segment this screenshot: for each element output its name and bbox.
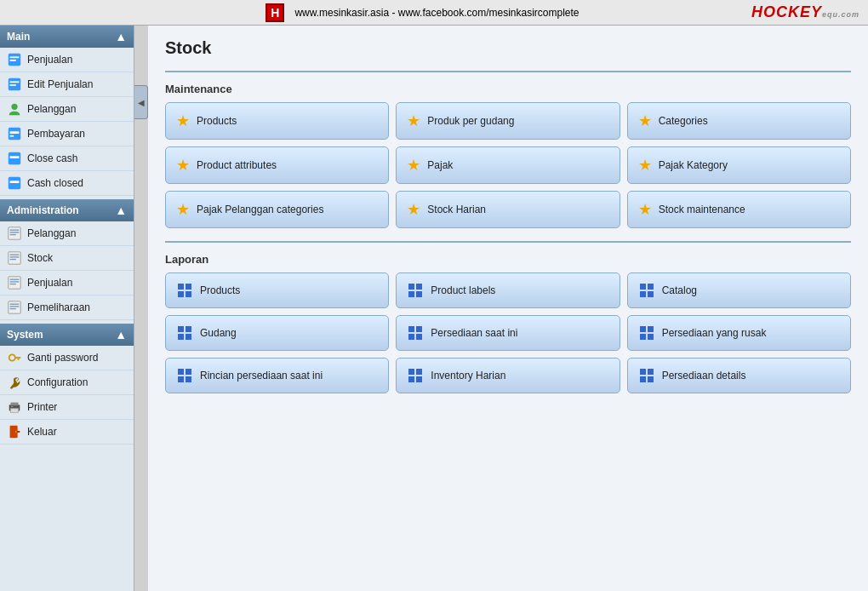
svg-rect-54 xyxy=(186,326,191,332)
svg-rect-60 xyxy=(416,334,422,340)
btn-products-laporan[interactable]: Products xyxy=(165,273,389,308)
wrench-icon xyxy=(7,375,22,390)
adm-pemeliharaan-icon xyxy=(7,300,22,315)
svg-rect-4 xyxy=(10,81,20,83)
grid-icon-product-labels xyxy=(407,282,424,299)
btn-inventory-harian[interactable]: Inventory Harian xyxy=(396,358,620,393)
sidebar-section-system[interactable]: System ▲ xyxy=(0,324,134,346)
svg-rect-62 xyxy=(648,326,654,332)
svg-rect-76 xyxy=(648,376,654,382)
btn-product-attributes[interactable]: ★ Product attributes xyxy=(165,146,389,184)
sidebar-item-configuration[interactable]: Configuration xyxy=(0,370,134,395)
star-icon-product-attr: ★ xyxy=(176,156,190,175)
sidebar-item-adm-pemeliharaan[interactable]: Pemeliharaan xyxy=(0,296,134,320)
svg-rect-32 xyxy=(18,359,20,360)
btn-categories[interactable]: ★ Categories xyxy=(627,102,851,140)
h-logo-icon: H xyxy=(266,3,284,22)
btn-pajak-kategory[interactable]: ★ Pajak Kategory xyxy=(627,146,851,184)
svg-rect-27 xyxy=(10,304,20,305)
star-icon-pajak-kat: ★ xyxy=(638,156,652,175)
btn-pajak-pelanggan-cat[interactable]: ★ Pajak Pelanggan categories xyxy=(165,191,389,228)
svg-rect-42 xyxy=(186,284,191,290)
adm-penjualan-icon xyxy=(7,275,22,290)
sidebar-section-administration[interactable]: Administration ▲ xyxy=(0,199,134,221)
sidebar-item-ganti-password[interactable]: Ganti password xyxy=(0,346,134,370)
sidebar-item-cash-closed[interactable]: Cash closed xyxy=(0,171,134,196)
svg-rect-13 xyxy=(10,181,20,183)
sidebar-item-adm-penjualan[interactable]: Penjualan xyxy=(0,271,134,296)
maintenance-divider xyxy=(165,71,851,72)
svg-rect-48 xyxy=(416,291,422,297)
penjualan-icon xyxy=(7,52,22,67)
star-icon-produk-gudang: ★ xyxy=(407,112,420,130)
sidebar-collapse-button[interactable]: ◀ xyxy=(134,85,148,119)
grid-icon-persediaan-det xyxy=(638,367,655,384)
sidebar-section-admin-items: Pelanggan Stock Penjualan Pemeliharaan xyxy=(0,221,134,320)
svg-rect-68 xyxy=(186,376,191,382)
svg-rect-1 xyxy=(10,56,20,58)
sidebar-item-adm-stock[interactable]: Stock xyxy=(0,246,134,271)
laporan-divider xyxy=(165,241,851,243)
sidebar-item-close-cash[interactable]: Close cash xyxy=(0,146,134,171)
printer-icon xyxy=(7,399,22,415)
close-cash-icon xyxy=(7,151,22,166)
btn-rincian-persediaan[interactable]: Rincian persediaan saat ini xyxy=(165,358,389,393)
sidebar-section-main-items: Penjualan Edit Penjualan Pelanggan Pemba… xyxy=(0,48,134,196)
btn-stock-maintenance[interactable]: ★ Stock maintenance xyxy=(627,191,851,228)
btn-persediaan-saat-ini[interactable]: Persediaan saat ini xyxy=(396,315,620,351)
svg-rect-57 xyxy=(408,326,414,332)
key-icon xyxy=(7,350,22,365)
svg-rect-64 xyxy=(648,334,654,340)
svg-rect-45 xyxy=(408,284,414,290)
svg-rect-41 xyxy=(178,284,184,290)
btn-gudang[interactable]: Gudang xyxy=(165,315,389,351)
pelanggan-main-icon xyxy=(7,101,22,117)
btn-persediaan-rusak[interactable]: Persediaan yang rusak xyxy=(627,315,851,351)
svg-rect-16 xyxy=(10,232,20,232)
svg-rect-24 xyxy=(10,281,20,282)
btn-pajak[interactable]: ★ Pajak xyxy=(396,146,620,184)
sidebar-item-adm-pelanggan[interactable]: Pelanggan xyxy=(0,221,134,246)
laporan-grid: Products Product labels Catalog Gudang xyxy=(165,273,851,393)
svg-rect-49 xyxy=(640,284,646,290)
sidebar-item-pembayaran[interactable]: Pembayaran xyxy=(0,122,134,146)
topbar-url: www.mesinkasir.asia - www.facebook.com/m… xyxy=(294,7,579,19)
svg-rect-44 xyxy=(186,291,191,297)
svg-rect-21 xyxy=(10,259,16,260)
sidebar-item-printer[interactable]: Printer xyxy=(0,395,134,420)
grid-icon-inventory xyxy=(407,367,424,384)
svg-rect-73 xyxy=(640,369,646,375)
svg-rect-33 xyxy=(19,357,20,359)
adm-pelanggan-icon xyxy=(7,226,22,241)
main-collapse-icon: ▲ xyxy=(115,30,127,43)
sidebar-item-penjualan[interactable]: Penjualan xyxy=(0,48,134,72)
svg-rect-66 xyxy=(186,369,191,375)
btn-products-maint[interactable]: ★ Products xyxy=(165,102,389,140)
btn-stock-harian[interactable]: ★ Stock Harian xyxy=(396,191,620,228)
svg-rect-43 xyxy=(178,291,184,297)
system-collapse-icon: ▲ xyxy=(115,328,127,341)
btn-product-labels[interactable]: Product labels xyxy=(396,273,620,308)
maintenance-grid: ★ Products ★ Produk per gudang ★ Categor… xyxy=(165,102,851,228)
admin-collapse-icon: ▲ xyxy=(115,204,127,217)
sidebar-item-edit-penjualan[interactable]: Edit Penjualan xyxy=(0,72,134,97)
btn-persediaan-details[interactable]: Persediaan details xyxy=(627,358,851,393)
svg-rect-67 xyxy=(178,376,184,382)
edit-penjualan-icon xyxy=(7,77,22,92)
svg-rect-61 xyxy=(640,326,646,332)
svg-rect-50 xyxy=(648,284,654,290)
btn-catalog[interactable]: Catalog xyxy=(627,273,851,308)
sidebar-item-pelanggan[interactable]: Pelanggan xyxy=(0,97,134,122)
sidebar-item-keluar[interactable]: Keluar xyxy=(0,420,134,445)
svg-rect-65 xyxy=(178,369,184,375)
laporan-section-label: Laporan xyxy=(165,253,851,266)
svg-rect-19 xyxy=(10,255,20,255)
star-icon-stock-harian: ★ xyxy=(407,200,420,219)
pembayaran-icon xyxy=(7,126,22,141)
svg-rect-72 xyxy=(416,376,422,382)
svg-rect-51 xyxy=(640,291,646,297)
star-icon-products-maint: ★ xyxy=(176,112,190,130)
svg-rect-31 xyxy=(14,357,20,359)
btn-produk-per-gudang[interactable]: ★ Produk per gudang xyxy=(396,102,620,140)
sidebar-section-main[interactable]: Main ▲ xyxy=(0,26,134,48)
